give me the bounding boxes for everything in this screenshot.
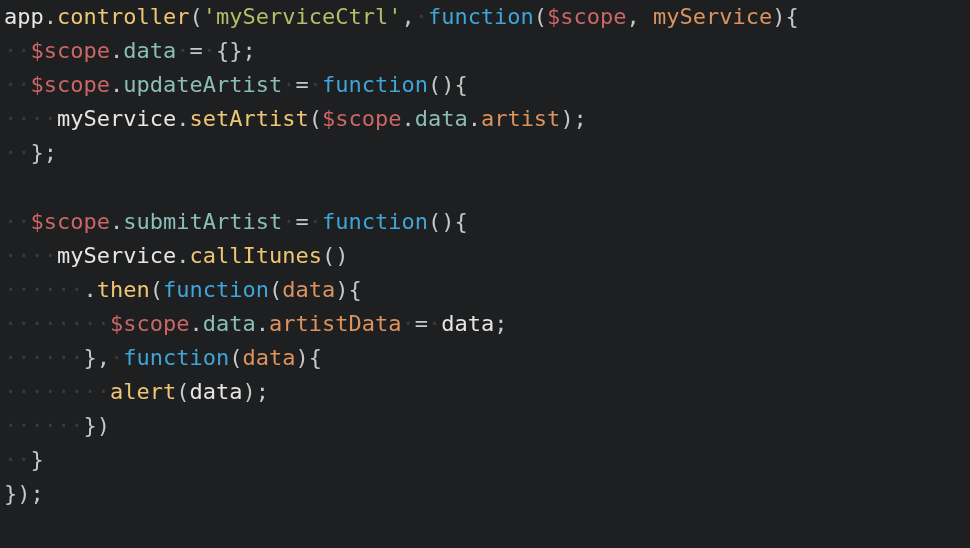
token-kw: function [163, 277, 269, 302]
token-paren: ( [150, 277, 163, 302]
token-ws: · [110, 345, 123, 370]
token-ws: · [309, 72, 322, 97]
code-line: ··$scope.updateArtist·=·function(){ [4, 68, 966, 102]
token-paren: ( [534, 4, 547, 29]
token-ws: ·· [4, 447, 31, 472]
token-kw: function [123, 345, 229, 370]
token-ws: ········ [4, 379, 110, 404]
token-paren: ( [269, 277, 282, 302]
token-ws: · [401, 311, 414, 336]
token-ws: · [415, 4, 428, 29]
code-line: ··$scope.data·=·{}; [4, 34, 966, 68]
token-str: 'myServiceCtrl' [203, 4, 402, 29]
token-ws: ···· [4, 243, 57, 268]
token-red: $scope [31, 38, 110, 63]
token-prop-o: myService [653, 4, 772, 29]
token-ws: · [203, 38, 216, 63]
token-ws: · [282, 72, 295, 97]
token-fn-y: then [97, 277, 150, 302]
token-punc: . [110, 38, 123, 63]
token-var: data [441, 311, 494, 336]
token-punc: . [176, 243, 189, 268]
token-op: , [627, 4, 654, 29]
token-paren: ( [189, 4, 202, 29]
token-ws: · [428, 311, 441, 336]
token-paren: }, [83, 345, 110, 370]
code-line [4, 170, 966, 204]
token-paren: ); [560, 106, 587, 131]
code-line: ········alert(data); [4, 375, 966, 409]
token-prop-g: updateArtist [123, 72, 282, 97]
token-punc: . [44, 4, 57, 29]
token-paren: {}; [216, 38, 256, 63]
token-ws: · [176, 38, 189, 63]
token-op: = [295, 209, 308, 234]
token-prop-o: artistData [269, 311, 401, 336]
token-op: = [189, 38, 202, 63]
code-line: ··}; [4, 136, 966, 170]
token-prop-g: data [123, 38, 176, 63]
token-ws: · [309, 209, 322, 234]
token-var: app [4, 4, 44, 29]
token-ws: ·· [4, 38, 31, 63]
token-kw: function [428, 4, 534, 29]
code-editor[interactable]: app.controller('myServiceCtrl',·function… [4, 0, 966, 511]
token-ws: ·· [4, 140, 31, 165]
token-fn-y: alert [110, 379, 176, 404]
token-punc: . [176, 106, 189, 131]
token-punc: . [256, 311, 269, 336]
code-line: ········$scope.data.artistData·=·data; [4, 307, 966, 341]
token-ws: ···· [4, 106, 57, 131]
token-prop-o: data [282, 277, 335, 302]
token-kw: function [322, 209, 428, 234]
token-paren: }; [31, 140, 58, 165]
token-paren: ( [176, 379, 189, 404]
code-line: ··$scope.submitArtist·=·function(){ [4, 205, 966, 239]
token-ws: ······ [4, 345, 83, 370]
token-paren: ( [309, 106, 322, 131]
token-paren: ){ [335, 277, 362, 302]
token-prop-g: data [415, 106, 468, 131]
token-punc: . [83, 277, 96, 302]
token-paren: } [31, 447, 44, 472]
token-punc: , [401, 4, 414, 29]
token-fn-y: callItunes [189, 243, 321, 268]
code-line: app.controller('myServiceCtrl',·function… [4, 0, 966, 34]
token-paren: ( [229, 345, 242, 370]
code-line: ······.then(function(data){ [4, 273, 966, 307]
token-var: data [189, 379, 242, 404]
token-paren: (){ [428, 209, 468, 234]
token-red: $scope [110, 311, 189, 336]
code-line: ····myService.callItunes() [4, 239, 966, 273]
token-fn-y: controller [57, 4, 189, 29]
token-ws: ······ [4, 277, 83, 302]
token-op: = [295, 72, 308, 97]
token-fn-y: setArtist [189, 106, 308, 131]
token-var: myService [57, 243, 176, 268]
code-line: ··} [4, 443, 966, 477]
token-paren: ; [494, 311, 507, 336]
token-red: $scope [31, 209, 110, 234]
token-punc: . [401, 106, 414, 131]
token-ws: ······ [4, 413, 83, 438]
code-line: ····myService.setArtist($scope.data.arti… [4, 102, 966, 136]
code-line: ······},·function(data){ [4, 341, 966, 375]
token-red: $scope [31, 72, 110, 97]
token-paren: ){ [295, 345, 322, 370]
token-red: $scope [547, 4, 626, 29]
token-paren: ){ [772, 4, 799, 29]
token-paren: }) [83, 413, 110, 438]
token-paren: () [322, 243, 349, 268]
token-ws: ········ [4, 311, 110, 336]
token-ws: ·· [4, 72, 31, 97]
token-prop-g: data [203, 311, 256, 336]
token-op: = [415, 311, 428, 336]
token-ws: ·· [4, 209, 31, 234]
token-punc: . [110, 72, 123, 97]
token-paren: (){ [428, 72, 468, 97]
token-punc: . [189, 311, 202, 336]
code-line: }); [4, 477, 966, 511]
token-paren: ); [242, 379, 269, 404]
token-punc: . [110, 209, 123, 234]
token-prop-o: artist [481, 106, 560, 131]
